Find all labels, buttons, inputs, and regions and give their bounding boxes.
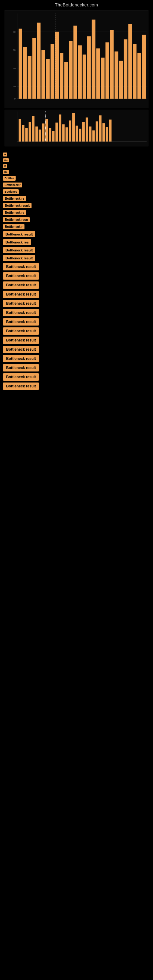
result-item[interactable]: Bottleneck result — [3, 272, 150, 280]
result-label: Bottleneck result — [3, 203, 32, 208]
svg-rect-55 — [62, 124, 65, 142]
result-label: Bottleneck r — [3, 183, 22, 188]
svg-rect-46 — [32, 116, 35, 142]
svg-text:40: 40 — [13, 67, 16, 70]
svg-rect-24 — [78, 45, 82, 99]
result-item[interactable]: Bottleneck result — [3, 231, 150, 237]
secondary-chart — [5, 110, 148, 146]
result-label: Bottleneck re — [3, 210, 26, 215]
result-label: Bottleneck resu — [3, 217, 30, 222]
result-item[interactable]: Bottleneck r — [3, 224, 150, 229]
site-title: TheBottlenecker.com — [0, 0, 153, 9]
svg-rect-33 — [119, 60, 123, 99]
svg-rect-52 — [52, 131, 54, 142]
result-label: Bottleneck result — [3, 247, 35, 253]
result-item[interactable]: Bottleneck result — [3, 263, 150, 270]
result-item[interactable]: Bottleneck result — [3, 282, 150, 289]
result-item[interactable]: B — [3, 153, 150, 156]
result-label: B — [3, 153, 7, 156]
result-label: Bottleneck result — [3, 272, 39, 280]
svg-rect-30 — [105, 42, 109, 99]
svg-rect-56 — [65, 127, 68, 142]
result-item[interactable]: Bottleneck result — [3, 364, 150, 371]
result-label: Bottleneck result — [3, 318, 39, 326]
svg-rect-15 — [37, 23, 41, 99]
result-item[interactable]: Bottleneck result — [3, 318, 150, 326]
svg-rect-61 — [82, 122, 85, 142]
result-item[interactable]: Bottleneck result — [3, 247, 150, 253]
svg-rect-63 — [89, 126, 91, 142]
svg-rect-26 — [87, 36, 91, 99]
svg-rect-17 — [46, 59, 49, 99]
svg-rect-60 — [79, 129, 81, 142]
svg-rect-13 — [28, 56, 32, 99]
svg-text:80: 80 — [13, 30, 16, 33]
result-item[interactable]: Bo — [3, 170, 150, 174]
result-item[interactable]: Bottleneck result — [3, 291, 150, 298]
result-label: Bottleneck result — [3, 328, 39, 335]
result-label: Bottleneck r — [3, 224, 24, 229]
result-item[interactable]: Bottleneck res — [3, 239, 150, 245]
result-item[interactable]: Bottleneck re — [3, 196, 150, 201]
result-label: Bottleneck result — [3, 255, 35, 261]
result-item[interactable]: Bottleneck result — [3, 300, 150, 307]
result-label: Bottleneck result — [3, 382, 39, 390]
result-item[interactable]: B — [3, 164, 150, 168]
svg-rect-47 — [35, 126, 38, 142]
svg-rect-28 — [96, 48, 100, 99]
svg-rect-42 — [19, 119, 21, 142]
result-item[interactable]: Bottleneck result — [3, 309, 150, 317]
svg-rect-57 — [69, 120, 71, 142]
result-label: Bottleneck result — [3, 355, 39, 362]
result-label: Bottlenec — [3, 189, 19, 194]
svg-rect-53 — [56, 123, 58, 142]
result-item[interactable]: Bo — [3, 158, 150, 162]
result-item[interactable]: Bottlen — [3, 176, 150, 181]
result-label: Bottleneck result — [3, 231, 35, 237]
svg-rect-54 — [59, 115, 61, 142]
svg-rect-44 — [26, 128, 28, 142]
result-item[interactable]: Bottlenec — [3, 189, 150, 194]
result-item[interactable]: Bottleneck result — [3, 355, 150, 362]
results-container: BBoBBoBottlenBottleneck rBottlenecBottle… — [0, 153, 153, 390]
result-item[interactable]: Bottleneck result — [3, 255, 150, 261]
svg-rect-34 — [124, 39, 127, 99]
svg-rect-45 — [29, 122, 31, 142]
svg-rect-12 — [23, 47, 27, 99]
result-label: Bottleneck res — [3, 239, 31, 245]
result-item[interactable]: Bottleneck resu — [3, 217, 150, 222]
result-item[interactable]: Bottleneck result — [3, 203, 150, 208]
result-item[interactable]: Bottleneck re — [3, 210, 150, 215]
svg-rect-62 — [86, 118, 88, 142]
svg-rect-32 — [115, 51, 118, 99]
result-item[interactable]: Bottleneck result — [3, 328, 150, 335]
result-label: Bottleneck result — [3, 291, 39, 298]
svg-rect-18 — [51, 44, 54, 99]
svg-rect-38 — [142, 35, 146, 99]
result-label: Bottlen — [3, 176, 16, 181]
result-label: Bottleneck result — [3, 346, 39, 353]
svg-rect-21 — [64, 62, 68, 99]
result-item[interactable]: Bottleneck result — [3, 346, 150, 353]
svg-rect-48 — [39, 130, 41, 142]
svg-rect-20 — [60, 53, 63, 99]
svg-rect-16 — [41, 50, 45, 99]
result-item[interactable]: Bottleneck r — [3, 183, 150, 188]
result-label: Bottleneck result — [3, 364, 39, 371]
svg-rect-19 — [55, 32, 59, 99]
svg-rect-49 — [42, 123, 45, 142]
svg-rect-36 — [133, 44, 137, 99]
svg-rect-69 — [109, 119, 112, 142]
svg-rect-64 — [92, 130, 95, 142]
result-item[interactable]: Bottleneck result — [3, 373, 150, 381]
svg-rect-66 — [99, 115, 102, 142]
result-label: Bottleneck result — [3, 263, 39, 270]
svg-rect-65 — [96, 121, 98, 142]
svg-rect-67 — [102, 123, 105, 142]
result-label: Bottleneck re — [3, 196, 26, 201]
main-chart: 80 60 40 20 0 — [5, 10, 148, 108]
result-item[interactable]: Bottleneck result — [3, 337, 150, 344]
svg-text:60: 60 — [13, 49, 16, 51]
result-item[interactable]: Bottleneck result — [3, 382, 150, 390]
svg-rect-14 — [32, 38, 36, 99]
